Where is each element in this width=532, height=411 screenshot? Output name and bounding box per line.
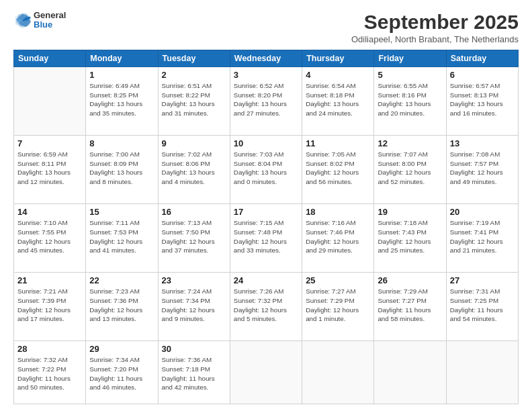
day-info: Sunrise: 7:34 AM Sunset: 7:20 PM Dayligh… <box>89 355 154 392</box>
calendar-cell: 5Sunrise: 6:55 AM Sunset: 8:16 PM Daylig… <box>374 67 446 136</box>
day-number: 7 <box>17 138 82 148</box>
calendar-cell: 8Sunrise: 7:00 AM Sunset: 8:09 PM Daylig… <box>86 136 158 204</box>
calendar-cell <box>446 341 518 404</box>
day-info: Sunrise: 7:27 AM Sunset: 7:29 PM Dayligh… <box>306 287 370 324</box>
weekday-header: Sunday <box>14 50 86 67</box>
day-info: Sunrise: 7:07 AM Sunset: 8:00 PM Dayligh… <box>378 150 442 187</box>
calendar-cell: 29Sunrise: 7:34 AM Sunset: 7:20 PM Dayli… <box>86 341 158 404</box>
day-info: Sunrise: 7:10 AM Sunset: 7:55 PM Dayligh… <box>17 218 82 255</box>
day-number: 25 <box>306 275 370 285</box>
day-info: Sunrise: 7:23 AM Sunset: 7:36 PM Dayligh… <box>89 287 154 324</box>
day-number: 24 <box>234 275 298 285</box>
weekday-header-row: SundayMondayTuesdayWednesdayThursdayFrid… <box>14 50 519 67</box>
calendar-cell: 6Sunrise: 6:57 AM Sunset: 8:13 PM Daylig… <box>446 67 518 136</box>
day-info: Sunrise: 7:18 AM Sunset: 7:43 PM Dayligh… <box>378 218 442 255</box>
day-info: Sunrise: 7:05 AM Sunset: 8:02 PM Dayligh… <box>306 150 370 187</box>
day-number: 26 <box>378 275 442 285</box>
location-subtitle: Odiliapeel, North Brabant, The Netherlan… <box>351 34 519 44</box>
weekday-header: Tuesday <box>158 50 230 67</box>
day-info: Sunrise: 6:55 AM Sunset: 8:16 PM Dayligh… <box>378 81 442 118</box>
calendar-cell: 17Sunrise: 7:15 AM Sunset: 7:48 PM Dayli… <box>230 204 302 273</box>
day-number: 4 <box>306 70 370 80</box>
calendar-cell: 25Sunrise: 7:27 AM Sunset: 7:29 PM Dayli… <box>302 273 374 341</box>
calendar-week-row: 1Sunrise: 6:49 AM Sunset: 8:25 PM Daylig… <box>14 67 519 136</box>
calendar-cell: 28Sunrise: 7:32 AM Sunset: 7:22 PM Dayli… <box>14 341 86 404</box>
calendar-cell: 14Sunrise: 7:10 AM Sunset: 7:55 PM Dayli… <box>14 204 86 273</box>
day-number: 15 <box>89 207 154 217</box>
calendar-week-row: 21Sunrise: 7:21 AM Sunset: 7:39 PM Dayli… <box>14 273 519 341</box>
day-number: 20 <box>450 207 515 217</box>
weekday-header: Thursday <box>302 50 374 67</box>
day-number: 28 <box>17 344 82 354</box>
day-number: 27 <box>450 275 515 285</box>
day-info: Sunrise: 7:02 AM Sunset: 8:06 PM Dayligh… <box>162 150 226 187</box>
calendar-page: General Blue September 2025 Odiliapeel, … <box>0 0 532 411</box>
calendar-table: SundayMondayTuesdayWednesdayThursdayFrid… <box>13 50 519 404</box>
day-info: Sunrise: 7:16 AM Sunset: 7:46 PM Dayligh… <box>306 218 370 255</box>
weekday-header: Friday <box>374 50 446 67</box>
day-info: Sunrise: 7:31 AM Sunset: 7:25 PM Dayligh… <box>450 287 515 324</box>
calendar-cell: 9Sunrise: 7:02 AM Sunset: 8:06 PM Daylig… <box>158 136 230 204</box>
calendar-cell: 26Sunrise: 7:29 AM Sunset: 7:27 PM Dayli… <box>374 273 446 341</box>
calendar-cell: 1Sunrise: 6:49 AM Sunset: 8:25 PM Daylig… <box>86 67 158 136</box>
day-info: Sunrise: 7:03 AM Sunset: 8:04 PM Dayligh… <box>234 150 298 187</box>
logo-icon <box>13 11 32 30</box>
day-number: 3 <box>234 70 298 80</box>
weekday-header: Monday <box>86 50 158 67</box>
day-info: Sunrise: 6:59 AM Sunset: 8:11 PM Dayligh… <box>17 150 82 187</box>
calendar-cell <box>302 341 374 404</box>
day-number: 30 <box>162 344 226 354</box>
day-info: Sunrise: 6:49 AM Sunset: 8:25 PM Dayligh… <box>89 81 154 118</box>
calendar-cell: 16Sunrise: 7:13 AM Sunset: 7:50 PM Dayli… <box>158 204 230 273</box>
calendar-week-row: 14Sunrise: 7:10 AM Sunset: 7:55 PM Dayli… <box>14 204 519 273</box>
day-info: Sunrise: 7:19 AM Sunset: 7:41 PM Dayligh… <box>450 218 515 255</box>
day-number: 16 <box>162 207 226 217</box>
calendar-week-row: 28Sunrise: 7:32 AM Sunset: 7:22 PM Dayli… <box>14 341 519 404</box>
header: General Blue September 2025 Odiliapeel, … <box>13 11 519 44</box>
day-number: 6 <box>450 70 515 80</box>
day-info: Sunrise: 7:32 AM Sunset: 7:22 PM Dayligh… <box>17 355 82 392</box>
calendar-cell <box>230 341 302 404</box>
day-info: Sunrise: 7:36 AM Sunset: 7:18 PM Dayligh… <box>162 355 226 392</box>
calendar-week-row: 7Sunrise: 6:59 AM Sunset: 8:11 PM Daylig… <box>14 136 519 204</box>
day-info: Sunrise: 7:15 AM Sunset: 7:48 PM Dayligh… <box>234 218 298 255</box>
day-number: 19 <box>378 207 442 217</box>
calendar-cell <box>14 67 86 136</box>
day-number: 29 <box>89 344 154 354</box>
title-block: September 2025 Odiliapeel, North Brabant… <box>351 11 519 44</box>
calendar-cell: 3Sunrise: 6:52 AM Sunset: 8:20 PM Daylig… <box>230 67 302 136</box>
calendar-cell: 12Sunrise: 7:07 AM Sunset: 8:00 PM Dayli… <box>374 136 446 204</box>
calendar-cell: 2Sunrise: 6:51 AM Sunset: 8:22 PM Daylig… <box>158 67 230 136</box>
month-title: September 2025 <box>351 11 519 33</box>
day-number: 18 <box>306 207 370 217</box>
day-number: 2 <box>162 70 226 80</box>
logo-blue: Blue <box>34 20 66 30</box>
calendar-cell: 7Sunrise: 6:59 AM Sunset: 8:11 PM Daylig… <box>14 136 86 204</box>
day-number: 23 <box>162 275 226 285</box>
day-info: Sunrise: 7:11 AM Sunset: 7:53 PM Dayligh… <box>89 218 154 255</box>
day-info: Sunrise: 7:26 AM Sunset: 7:32 PM Dayligh… <box>234 287 298 324</box>
weekday-header: Wednesday <box>230 50 302 67</box>
logo-general: General <box>34 11 66 20</box>
day-number: 5 <box>378 70 442 80</box>
day-number: 13 <box>450 138 515 148</box>
logo: General Blue <box>13 11 66 30</box>
day-info: Sunrise: 7:08 AM Sunset: 7:57 PM Dayligh… <box>450 150 515 187</box>
day-info: Sunrise: 6:57 AM Sunset: 8:13 PM Dayligh… <box>450 81 515 118</box>
calendar-cell: 10Sunrise: 7:03 AM Sunset: 8:04 PM Dayli… <box>230 136 302 204</box>
day-info: Sunrise: 6:51 AM Sunset: 8:22 PM Dayligh… <box>162 81 226 118</box>
day-number: 8 <box>89 138 154 148</box>
day-number: 10 <box>234 138 298 148</box>
day-info: Sunrise: 6:54 AM Sunset: 8:18 PM Dayligh… <box>306 81 370 118</box>
day-info: Sunrise: 7:24 AM Sunset: 7:34 PM Dayligh… <box>162 287 226 324</box>
calendar-cell: 15Sunrise: 7:11 AM Sunset: 7:53 PM Dayli… <box>86 204 158 273</box>
calendar-cell: 21Sunrise: 7:21 AM Sunset: 7:39 PM Dayli… <box>14 273 86 341</box>
calendar-cell: 4Sunrise: 6:54 AM Sunset: 8:18 PM Daylig… <box>302 67 374 136</box>
logo-text: General Blue <box>34 11 66 30</box>
day-number: 17 <box>234 207 298 217</box>
calendar-cell: 27Sunrise: 7:31 AM Sunset: 7:25 PM Dayli… <box>446 273 518 341</box>
calendar-cell: 13Sunrise: 7:08 AM Sunset: 7:57 PM Dayli… <box>446 136 518 204</box>
calendar-cell: 11Sunrise: 7:05 AM Sunset: 8:02 PM Dayli… <box>302 136 374 204</box>
day-number: 11 <box>306 138 370 148</box>
day-info: Sunrise: 7:29 AM Sunset: 7:27 PM Dayligh… <box>378 287 442 324</box>
